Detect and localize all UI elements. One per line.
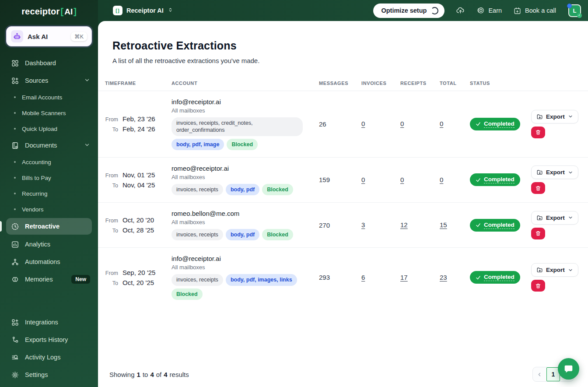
account-email: romeo@receiptor.ai	[172, 165, 313, 172]
from-date: Feb, 23 '26	[122, 115, 172, 123]
account-mailboxes: All mailboxes	[172, 219, 313, 225]
summary-text: Showing	[109, 371, 135, 378]
trash-icon	[535, 283, 541, 289]
extractions-table: TIMEFRAME ACCOUNT MESSAGES INVOICES RECE…	[98, 81, 588, 307]
sidebar-item-exports-history[interactable]: Exports History	[0, 331, 98, 348]
sidebar-item-retroactive[interactable]: Retroactive	[6, 218, 92, 235]
invoices-count-link[interactable]: 3	[361, 221, 365, 229]
formats-pill: body, pdf, images, links	[226, 274, 297, 285]
account-cell: romeo@receiptor.ai All mailboxes invoice…	[172, 158, 319, 202]
chat-widget-button[interactable]	[558, 358, 579, 380]
sidebar-item-memories[interactable]: Memories New	[0, 271, 98, 288]
invoices-count-link[interactable]: 0	[361, 176, 365, 183]
table-header-row: TIMEFRAME ACCOUNT MESSAGES INVOICES RECE…	[98, 81, 588, 91]
folder-download-icon	[536, 113, 543, 120]
doc-types-pill: invoices, receipts	[172, 274, 223, 285]
receipts-count-link[interactable]: 12	[400, 221, 408, 229]
delete-button[interactable]	[531, 228, 545, 239]
export-button[interactable]: Export	[531, 165, 578, 179]
receipts-count-link[interactable]: 0	[400, 176, 404, 183]
invoices-count-link[interactable]: 6	[361, 274, 365, 281]
ask-ai-button[interactable]: Ask AI ⌘K	[6, 26, 92, 46]
sidebar-item-analytics[interactable]: Analytics	[0, 236, 98, 253]
formats-pill: body, pdf	[226, 184, 259, 195]
delete-button[interactable]	[531, 182, 545, 194]
export-button[interactable]: Export	[531, 110, 578, 123]
avatar-clock-badge	[567, 4, 572, 8]
timeframe-cell: From Sep, 20 '25 To Oct, 20 '25	[105, 262, 172, 293]
sources-icon	[10, 76, 19, 85]
sidebar-item-recurring[interactable]: Recurring	[0, 186, 98, 201]
account-mailboxes: All mailboxes	[172, 107, 313, 114]
dashboard-icon	[10, 59, 19, 67]
sidebar-item-sources[interactable]: Sources	[0, 72, 98, 89]
summary-total: 4	[164, 371, 167, 378]
sidebar-item-label: Memories	[25, 276, 66, 283]
total-count-link[interactable]: 15	[440, 221, 447, 229]
messages-count: 270	[319, 222, 361, 229]
total-count-link[interactable]: 0	[440, 176, 443, 183]
optimize-setup-label: Optimize setup	[381, 7, 427, 14]
to-date: Feb, 24 '26	[122, 125, 172, 133]
optimize-setup-button[interactable]: Optimize setup	[373, 4, 444, 18]
sidebar-item-email-accounts[interactable]: Email Accounts	[0, 89, 98, 105]
sidebar-item-dashboard[interactable]: Dashboard	[0, 54, 98, 72]
sidebar-item-label: Sources	[25, 77, 78, 84]
delete-button[interactable]	[531, 280, 545, 292]
sidebar-item-automations[interactable]: Automations	[0, 253, 98, 271]
column-header-actions	[531, 83, 581, 88]
to-label: To	[105, 228, 118, 234]
receipts-count-link[interactable]: 0	[400, 120, 404, 127]
earn-button[interactable]: Earn	[476, 7, 502, 15]
book-a-call-button[interactable]: Book a call	[513, 7, 556, 15]
status-label: Completed	[484, 176, 514, 183]
delete-button[interactable]	[531, 127, 545, 138]
avatar[interactable]: L ✓	[568, 4, 581, 17]
from-label: From	[105, 218, 118, 224]
logo-open-bracket: [	[61, 7, 64, 17]
sidebar-item-integrations[interactable]: Integrations	[0, 313, 98, 331]
export-button[interactable]: Export	[531, 211, 578, 225]
page-subtitle: A list of all the retroactive extraction…	[112, 57, 588, 64]
to-label: To	[105, 127, 118, 133]
sidebar-item-label: Recurring	[22, 190, 48, 197]
previous-page-button[interactable]	[533, 367, 546, 381]
book-a-call-label: Book a call	[525, 7, 556, 14]
sidebar-item-label: Retroactive	[25, 223, 88, 230]
active-indicator	[0, 221, 2, 232]
from-date: Nov, 01 '25	[122, 171, 172, 179]
sidebar-item-documents[interactable]: Documents	[0, 137, 98, 154]
logo-close-bracket: ]	[74, 7, 77, 17]
tag-pills: invoices, receipts, credit_notes, order_…	[172, 117, 313, 150]
page-header: Retroactive Extractions A list of all th…	[98, 21, 588, 64]
sidebar-spacer	[0, 288, 98, 313]
sidebar-item-mobile-scanners[interactable]: Mobile Scanners	[0, 105, 98, 121]
column-header-total: TOTAL	[440, 81, 470, 91]
sidebar-item-bills-to-pay[interactable]: Bills to Pay	[0, 170, 98, 186]
from-date: Oct, 20 '20	[122, 216, 172, 224]
calendar-plus-icon	[513, 7, 522, 15]
bar-chart-icon	[10, 240, 19, 249]
sidebar-item-vendors[interactable]: Vendors	[0, 201, 98, 217]
cloud-upload-icon[interactable]	[456, 6, 465, 15]
check-icon	[476, 177, 481, 183]
total-count-link[interactable]: 23	[440, 274, 447, 281]
logo-ai-text: AI	[64, 7, 73, 17]
exports-history-icon	[10, 335, 19, 344]
chevron-left-icon	[537, 372, 542, 377]
workspace-selector[interactable]: [] Receiptor AI	[113, 6, 173, 15]
sidebar-item-settings[interactable]: Settings	[0, 366, 98, 383]
sidebar-item-activity-logs[interactable]: Activity Logs	[0, 348, 98, 366]
to-date: Oct, 28 '25	[122, 226, 172, 234]
export-button[interactable]: Export	[531, 263, 578, 277]
formats-pill: body, pdf	[226, 229, 259, 240]
table-row: From Sep, 20 '25 To Oct, 20 '25 info@rec…	[98, 248, 588, 307]
account-email: info@receiptor.ai	[172, 255, 313, 262]
total-count-link[interactable]: 0	[440, 120, 443, 127]
sidebar-item-quick-upload[interactable]: Quick Upload	[0, 121, 98, 137]
invoices-count-link[interactable]: 0	[361, 120, 365, 127]
status-badge: Completed	[470, 118, 520, 130]
sidebar-nav: Dashboard Sources Email Accounts Mobile …	[0, 54, 98, 387]
receipts-count-link[interactable]: 17	[400, 274, 408, 281]
sidebar-item-accounting[interactable]: Accounting	[0, 154, 98, 170]
